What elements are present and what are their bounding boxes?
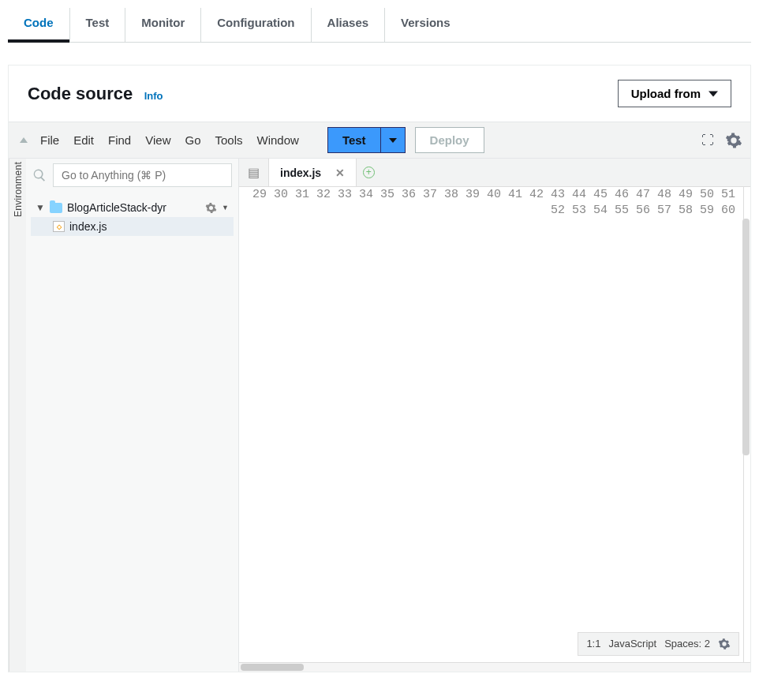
ide-area: Environment ▼ BlogArticleStack-dyr ▼: [9, 159, 750, 672]
tab-code[interactable]: Code: [8, 8, 70, 42]
code-panel: Code source Info Upload from FileEditFin…: [8, 65, 751, 672]
gear-icon[interactable]: [718, 638, 731, 650]
upload-from-label: Upload from: [631, 87, 701, 100]
indentation[interactable]: Spaces: 2: [664, 636, 710, 652]
code-editor[interactable]: 29 30 31 32 33 34 35 36 37 38 39 40 41 4…: [239, 187, 750, 662]
collapse-arrow-icon[interactable]: [20, 137, 28, 143]
line-gutter: 29 30 31 32 33 34 35 36 37 38 39 40 41 4…: [239, 187, 744, 662]
file-tree: ▼ BlogArticleStack-dyr ▼ ◇ index.js: [26, 192, 238, 242]
scrollbar-thumb[interactable]: [241, 664, 304, 671]
menu-edit[interactable]: Edit: [73, 133, 94, 147]
test-dropdown-button[interactable]: [380, 128, 405, 152]
close-icon[interactable]: ✕: [335, 167, 345, 179]
menu-bar: FileEditFindViewGoToolsWindow: [40, 133, 299, 147]
chevron-down-icon: ▼: [222, 204, 229, 211]
js-file-icon: ◇: [53, 221, 65, 232]
test-button[interactable]: Test: [328, 128, 380, 152]
menu-file[interactable]: File: [40, 133, 59, 147]
folder-row[interactable]: ▼ BlogArticleStack-dyr ▼: [31, 198, 234, 217]
file-explorer: ▼ BlogArticleStack-dyr ▼ ◇ index.js: [26, 159, 239, 672]
search-icon[interactable]: [32, 168, 47, 182]
upload-from-button[interactable]: Upload from: [618, 80, 731, 107]
tab-test[interactable]: Test: [70, 8, 126, 42]
caret-down-icon: ▼: [36, 202, 45, 213]
file-name: index.js: [69, 220, 107, 233]
editor-toolbar: FileEditFindViewGoToolsWindow Test Deplo…: [9, 122, 750, 159]
info-link[interactable]: Info: [144, 90, 163, 102]
cursor-position[interactable]: 1:1: [586, 636, 600, 652]
panel-title: Code source: [28, 84, 133, 103]
menu-find[interactable]: Find: [108, 133, 131, 147]
tab-aliases[interactable]: Aliases: [312, 8, 386, 42]
caret-down-icon: [709, 89, 718, 99]
tab-list-icon[interactable]: ▤: [239, 159, 269, 186]
editor-tabbar: ▤ index.js ✕ +: [239, 159, 750, 187]
caret-down-icon: [389, 137, 397, 144]
horizontal-scrollbar[interactable]: [239, 662, 750, 672]
menu-window[interactable]: Window: [257, 133, 299, 147]
folder-name: BlogArticleStack-dyr: [67, 201, 166, 214]
gear-icon[interactable]: [725, 132, 742, 149]
new-tab-button[interactable]: +: [357, 167, 380, 178]
vertical-scrollbar[interactable]: [742, 219, 750, 643]
status-bar: 1:1 JavaScript Spaces: 2: [578, 632, 739, 656]
tab-configuration[interactable]: Configuration: [201, 8, 311, 42]
fullscreen-icon[interactable]: ⛶: [701, 133, 714, 148]
plus-circle-icon: +: [363, 167, 375, 178]
editor-pane: ▤ index.js ✕ + 29 30 31 32 33 34 35 36 3…: [239, 159, 750, 672]
goto-input[interactable]: [53, 163, 232, 187]
tab-monitor[interactable]: Monitor: [125, 8, 201, 42]
scrollbar-thumb[interactable]: [742, 219, 750, 455]
menu-tools[interactable]: Tools: [215, 133, 242, 147]
test-button-group: Test: [327, 127, 406, 153]
language-mode[interactable]: JavaScript: [608, 636, 656, 652]
deploy-button[interactable]: Deploy: [415, 127, 484, 153]
menu-view[interactable]: View: [145, 133, 170, 147]
folder-icon: [50, 203, 62, 213]
panel-header: Code source Info Upload from: [9, 66, 750, 122]
main-tabs: CodeTestMonitorConfigurationAliasesVersi…: [8, 8, 751, 43]
menu-go[interactable]: Go: [185, 133, 200, 147]
environment-tab[interactable]: Environment: [9, 159, 26, 672]
tab-versions[interactable]: Versions: [385, 8, 466, 42]
file-tab[interactable]: index.js ✕: [269, 159, 357, 186]
file-row[interactable]: ◇ index.js: [31, 217, 234, 236]
file-tab-label: index.js: [280, 167, 321, 179]
gear-icon[interactable]: [205, 202, 217, 214]
search-row: [26, 159, 238, 192]
